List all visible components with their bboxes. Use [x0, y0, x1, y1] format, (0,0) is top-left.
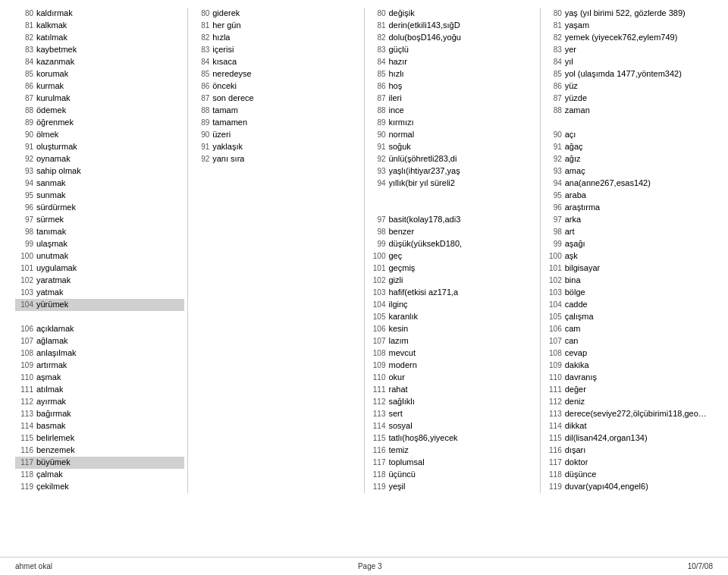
list-item: 109dakika: [544, 360, 713, 372]
row-number: 88: [193, 106, 209, 115]
row-number: 103: [545, 288, 562, 297]
row-text: korumak: [36, 69, 68, 78]
list-item: 111atılmak: [15, 384, 184, 396]
row-number: 111: [545, 385, 562, 394]
list-item: 90ölmek: [15, 129, 184, 141]
list-item: 82katılmak: [15, 32, 184, 44]
row-text: kaybetmek: [36, 45, 77, 54]
row-number: 90: [17, 130, 33, 139]
row-text: oluşturmak: [36, 142, 77, 151]
row-number: 117: [17, 458, 33, 467]
list-item: 97sürmek: [15, 214, 184, 226]
row-text: ana(anne267,esas142): [565, 178, 651, 187]
list-item: 94sanmak: [15, 178, 184, 190]
row-number: 100: [545, 252, 562, 260]
list-item: 98tanımak: [15, 226, 184, 238]
list-item: 84kazanmak: [15, 56, 184, 68]
list-item: 104cadde: [544, 299, 713, 311]
row-text: uygulamak: [36, 263, 77, 272]
row-text: tamamen: [212, 118, 247, 127]
list-item: 89kırmızı: [368, 117, 537, 129]
row-number: 109: [369, 361, 386, 369]
row-number: 82: [17, 33, 33, 42]
row-number: 86: [193, 82, 209, 90]
row-number: 88: [369, 106, 386, 115]
row-text: bilgisayar: [565, 263, 600, 272]
row-number: 85: [369, 70, 386, 78]
row-text: soğuk: [389, 142, 411, 151]
list-item: [191, 396, 360, 408]
list-item: 95sunmak: [15, 190, 184, 202]
list-item: 86kurmak: [15, 80, 184, 93]
row-text: öğrenmek: [36, 118, 74, 127]
list-item: 92yanı sıra: [191, 153, 360, 165]
list-item: 83kaybetmek: [15, 44, 184, 56]
row-text: açıklamak: [36, 324, 74, 333]
list-item: [191, 214, 360, 226]
row-text: değer: [565, 385, 586, 394]
list-item: 82dolu(boşD146,yoğu: [368, 32, 537, 44]
list-item: 102gizli: [368, 275, 537, 287]
row-text: her gün: [212, 20, 240, 30]
row-text: yatmak: [36, 288, 63, 297]
row-number: 80: [193, 9, 209, 17]
row-number: 91: [17, 143, 33, 151]
row-number: 107: [17, 337, 33, 345]
list-item: [191, 420, 360, 432]
list-item: [191, 275, 360, 287]
list-item: 84yıl: [544, 56, 713, 68]
list-item: 111değer: [544, 384, 713, 396]
row-number: 107: [369, 337, 386, 345]
column-divider-2: [364, 8, 365, 493]
list-item: 100geç: [368, 250, 537, 262]
row-number: 82: [369, 33, 386, 42]
row-text: sanmak: [36, 178, 66, 187]
row-number: 83: [17, 46, 33, 54]
row-text: üzeri: [212, 130, 231, 139]
row-text: büyümek: [36, 457, 71, 467]
list-item: 85neredeyse: [191, 68, 360, 80]
list-item: 99düşük(yüksekD180,: [368, 238, 537, 250]
row-text: önceki: [212, 81, 237, 90]
list-item: 87son derece: [191, 93, 360, 105]
row-text: sağlıklı: [389, 397, 415, 406]
list-item: 109modern: [368, 360, 537, 372]
row-text: yaş (yıl birimi 522, gözlerde 389): [565, 8, 686, 17]
row-number: 108: [369, 349, 386, 357]
row-text: katılmak: [36, 33, 67, 42]
row-text: zaman: [565, 105, 590, 115]
list-item: 112ayırmak: [15, 396, 184, 408]
list-item: 90üzeri: [191, 129, 360, 141]
row-number: 108: [545, 349, 562, 357]
list-item: 81derin(etkili143,sığD: [368, 20, 537, 32]
footer-right: 10/7/08: [688, 562, 713, 570]
row-text: bölge: [565, 288, 585, 297]
row-number: 95: [17, 191, 33, 200]
list-item: 97basit(kolay178,adi3: [368, 214, 537, 226]
row-text: hafif(etkisi az171,a: [389, 288, 459, 297]
list-item: 84kısaca: [191, 56, 360, 68]
row-number: 87: [193, 94, 209, 102]
row-text: hoş: [389, 81, 403, 90]
row-text: son derece: [212, 93, 253, 102]
row-text: araba: [565, 190, 586, 200]
row-text: ileri: [389, 93, 402, 102]
row-number: 92: [17, 155, 33, 163]
row-number: 115: [369, 434, 386, 442]
footer-center: Page 3: [358, 562, 382, 570]
row-text: can: [565, 336, 579, 345]
row-text: sürmek: [36, 215, 64, 224]
list-item: 89öğrenmek: [15, 117, 184, 129]
list-item: [191, 250, 360, 262]
list-item: 83güçlü: [368, 44, 537, 56]
list-item: 98art: [544, 226, 713, 238]
list-item: 107lazım: [368, 335, 537, 347]
row-number: 98: [17, 228, 33, 236]
row-text: yol (ulaşımda 1477,yöntem342): [565, 69, 682, 78]
list-item: 93sahip olmak: [15, 165, 184, 178]
row-number: 89: [369, 118, 386, 127]
list-item: 103yatmak: [15, 287, 184, 299]
list-item: 102bina: [544, 275, 713, 287]
list-item: [191, 372, 360, 384]
row-text: yeşil: [389, 482, 406, 491]
